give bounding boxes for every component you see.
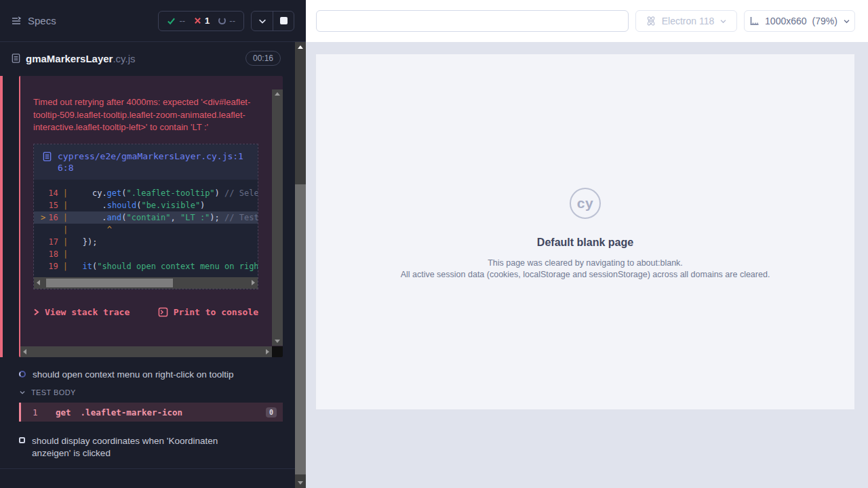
test-body-label: TEST BODY xyxy=(31,388,76,396)
code-frame: cypress/e2e/gmaMarkersLayer.cy.js:16:8 1… xyxy=(33,144,258,289)
aut-stage: cy Default blank page This page was clea… xyxy=(306,42,868,488)
scrollbar-corner xyxy=(272,346,283,357)
test-item-pending[interactable]: should display coordinates when 'Koordin… xyxy=(0,432,295,462)
stop-icon xyxy=(280,17,288,24)
chevron-right-icon xyxy=(33,308,39,316)
chevron-down-icon xyxy=(258,16,267,26)
reporter-header: Specs -- 1 -- xyxy=(0,0,306,42)
vscroll-thumb[interactable] xyxy=(295,184,306,474)
scroll-left-icon xyxy=(23,349,26,354)
code-line: 19| it("should open context menu on righ xyxy=(34,260,258,272)
code-lines: 14| cy.get(".leaflet-tooltip") // Sele15… xyxy=(34,180,258,277)
hscroll-thumb[interactable] xyxy=(46,279,173,287)
fail-indicator-stripe xyxy=(0,76,3,357)
collapse-all-button[interactable] xyxy=(252,12,273,30)
aut-toolbar: Electron 118 1000x660 (79%) xyxy=(306,0,868,42)
run-controls xyxy=(251,11,294,31)
stat-pending: -- xyxy=(218,16,235,26)
test-title: should open context menu on right-click … xyxy=(33,369,233,381)
chevron-down-icon xyxy=(719,18,727,25)
scroll-left-icon xyxy=(37,280,40,285)
command-method: get xyxy=(56,407,71,418)
spec-header[interactable]: gmaMarkersLayer.cy.js 00:16 xyxy=(0,42,306,75)
failed-attempt-region: Timed out retrying after 4000ms: expecte… xyxy=(0,76,306,357)
code-line: 18| xyxy=(34,248,258,260)
test-item-running[interactable]: should open context menu on right-click … xyxy=(0,366,295,384)
command-count-badge: 0 xyxy=(266,407,277,418)
code-frame-hscrollbar[interactable] xyxy=(34,277,258,289)
console-icon xyxy=(158,307,168,317)
specs-list-icon xyxy=(11,16,22,26)
blank-page-message: cy Default blank page This page was clea… xyxy=(401,188,770,281)
aut-iframe: cy Default blank page This page was clea… xyxy=(316,54,854,409)
code-file-icon xyxy=(42,151,52,162)
code-line: 14| cy.get(".leaflet-tooltip") // Sele xyxy=(34,187,258,199)
chevron-down-icon xyxy=(843,18,850,25)
command-number: 1 xyxy=(33,407,47,418)
stop-button[interactable] xyxy=(273,12,294,30)
viewport-selector[interactable]: 1000x660 (79%) xyxy=(744,10,855,32)
scroll-down-icon xyxy=(298,481,303,485)
code-line: | ^ xyxy=(34,224,258,236)
blank-page-line1: This page was cleared by navigating to a… xyxy=(401,258,770,269)
browser-selector[interactable]: Electron 118 xyxy=(635,10,737,32)
viewport-size: 1000x660 xyxy=(765,16,807,26)
test-running-spinner-icon xyxy=(19,371,26,378)
running-icon xyxy=(218,17,226,24)
stat-failed: 1 xyxy=(194,16,210,26)
viewport-ruler-icon xyxy=(749,16,760,26)
divider xyxy=(0,468,295,469)
code-line: >16| .and("contain", "LT :"); // Test xyxy=(34,211,258,224)
error-vscrollbar[interactable] xyxy=(272,89,283,346)
blank-page-title: Default blank page xyxy=(401,237,770,249)
reporter-vscrollbar[interactable] xyxy=(295,42,306,488)
app-panel: Electron 118 1000x660 (79%) cy Default b… xyxy=(306,0,868,488)
reporter-panel: Specs -- 1 -- xyxy=(0,0,306,488)
code-line: 15| .should("be.visible") xyxy=(34,199,258,211)
cypress-logo: cy xyxy=(570,188,601,219)
test-pending-icon xyxy=(19,437,25,443)
specs-list-button[interactable]: Specs xyxy=(11,15,56,26)
blank-page-line2: All active session data (cookies, localS… xyxy=(401,269,770,281)
command-message: .leaflet-marker-icon xyxy=(81,407,183,418)
url-input[interactable] xyxy=(316,10,629,32)
scroll-down-icon xyxy=(275,340,280,343)
error-message: Timed out retrying after 4000ms: expecte… xyxy=(33,96,264,134)
electron-icon xyxy=(646,16,656,26)
scroll-up-icon xyxy=(298,45,303,49)
error-box: Timed out retrying after 4000ms: expecte… xyxy=(19,76,283,357)
print-to-console-button[interactable]: Print to console xyxy=(158,307,258,317)
code-frame-file-link[interactable]: cypress/e2e/gmaMarkersLayer.cy.js:16:8 xyxy=(34,144,258,180)
view-stack-trace-button[interactable]: View stack trace xyxy=(33,307,130,317)
spec-timer: 00:16 xyxy=(245,51,281,66)
error-hscrollbar[interactable] xyxy=(20,346,272,357)
scroll-right-icon xyxy=(252,280,255,285)
code-frame-path: cypress/e2e/gmaMarkersLayer.cy.js:16:8 xyxy=(58,150,250,174)
scroll-up-icon xyxy=(275,92,280,96)
chevron-down-icon xyxy=(19,389,26,396)
specs-label: Specs xyxy=(28,15,56,26)
browser-label: Electron 118 xyxy=(662,16,715,26)
test-title: should display coordinates when 'Koordin… xyxy=(32,435,256,460)
check-icon xyxy=(167,16,176,25)
code-line: 17| }); xyxy=(34,236,258,248)
test-body-toggle[interactable]: TEST BODY xyxy=(0,384,295,400)
stat-passed: -- xyxy=(167,16,185,26)
test-list: should open context menu on right-click … xyxy=(0,366,295,469)
spec-file-icon xyxy=(11,53,21,64)
cross-icon xyxy=(194,17,201,24)
spec-title: gmaMarkersLayer.cy.js xyxy=(26,53,135,64)
test-stats: -- 1 -- xyxy=(158,11,244,31)
command-row[interactable]: 1 get .leaflet-marker-icon 0 xyxy=(19,403,283,422)
viewport-scale: (79%) xyxy=(812,16,837,26)
scroll-right-icon xyxy=(266,349,269,354)
